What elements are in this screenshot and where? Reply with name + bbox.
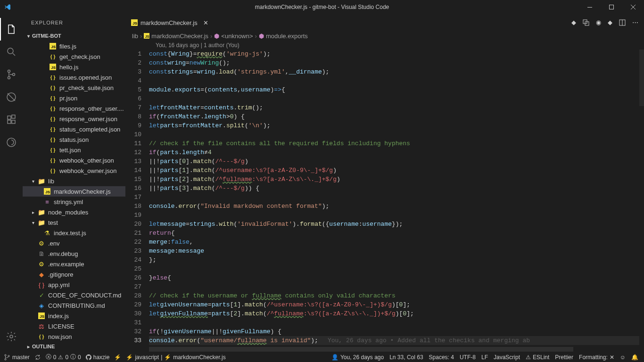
file-item[interactable]: ◆.gitignore (23, 269, 125, 280)
feedback-icon[interactable]: ☺ (620, 354, 626, 361)
search-activity-icon[interactable] (0, 41, 23, 63)
file-item[interactable]: { }response_other_user.... (23, 103, 125, 114)
js-icon: ⚡ (126, 354, 133, 361)
blame-status[interactable]: 👤 You, 26 days ago (331, 354, 384, 361)
close-button[interactable] (622, 0, 644, 14)
formatting-status[interactable]: Formatting: ✕ (579, 354, 614, 361)
file-item[interactable]: ⚗index.test.js (23, 228, 125, 238)
svg-rect-10 (12, 115, 15, 118)
cursor-position-status[interactable]: Ln 33, Col 63 (389, 354, 423, 361)
tab-markdownchecker[interactable]: JS markdownChecker.js ✕ (125, 14, 213, 31)
warning-icon: ⚠ (58, 354, 63, 361)
breadcrumbs[interactable]: lib › JS markdownChecker.js › ⬢ <unknown… (125, 31, 644, 41)
problems-status[interactable]: ⓧ0 ⚠0 ⓘ0 (46, 353, 81, 361)
svg-point-3 (8, 70, 10, 73)
svg-rect-8 (8, 120, 11, 123)
file-item[interactable]: { }status.json (23, 134, 125, 145)
outline-header[interactable]: ▸ OUTLINE (23, 341, 125, 352)
project-header[interactable]: ▾ GITME-BOT (23, 31, 125, 41)
bell-icon[interactable]: 🔔 (631, 354, 638, 361)
eslint-status[interactable]: ⚠ ESLint (526, 354, 549, 361)
file-item[interactable]: JShello.js (23, 62, 125, 72)
file-item[interactable]: ✓CODE_OF_CONDUCT.md (23, 290, 125, 300)
file-item[interactable]: { }pr_check_suite.json (23, 82, 125, 93)
bolt-icon[interactable]: ⚡ (114, 354, 121, 361)
js-file-icon: JS (131, 19, 138, 26)
svg-rect-9 (12, 120, 15, 123)
live-share-activity-icon[interactable] (0, 131, 23, 154)
activity-bar (0, 14, 23, 352)
split-editor-icon[interactable] (619, 19, 626, 26)
person-icon: 👤 (331, 354, 339, 361)
file-item[interactable]: JSindex.js (23, 311, 125, 321)
file-item[interactable]: { }app.yml (23, 280, 125, 290)
file-item[interactable]: { }resposne_owner.json (23, 114, 125, 124)
minimize-button[interactable] (579, 0, 601, 14)
explorer-activity-icon[interactable] (0, 18, 23, 41)
horizontal-scrollbar[interactable] (125, 347, 644, 352)
symbol-icon: ⬢ (214, 33, 219, 40)
prettier-status[interactable]: Prettier (555, 354, 573, 361)
svg-point-11 (7, 138, 16, 147)
sidebar-title: EXPLORER (23, 14, 125, 31)
svg-rect-1 (610, 5, 614, 9)
code-content[interactable]: const { Wring } = require('wring-js');co… (149, 49, 644, 347)
settings-gear-icon[interactable] (0, 325, 23, 348)
editor-action-icon[interactable]: ◆ (608, 19, 612, 26)
file-item[interactable]: { }tett.json (23, 145, 125, 155)
file-item[interactable]: { }status_completed.json (23, 124, 125, 134)
file-item[interactable]: { }webhook_other.json (23, 155, 125, 165)
editor-action-icon[interactable] (583, 19, 589, 26)
svg-rect-7 (8, 116, 11, 119)
language-status[interactable]: JavaScript (494, 354, 520, 361)
file-item[interactable]: { }now.json (23, 331, 125, 341)
file-item[interactable]: ◈CONTRIBUTING.md (23, 300, 125, 311)
x-icon: ✕ (610, 354, 614, 361)
sync-status[interactable] (34, 354, 41, 361)
file-item[interactable]: JSmarkdownChecker.js (23, 186, 125, 197)
window-title: markdownChecker.js - gitme-bot - Visual … (255, 4, 389, 10)
branch-icon (4, 354, 10, 361)
file-item[interactable]: { }pr.json (23, 93, 125, 103)
minimap[interactable] (639, 49, 644, 347)
svg-point-18 (5, 358, 6, 360)
encoding-status[interactable]: UTF-8 (460, 354, 476, 361)
user-status[interactable]: haxzie (86, 354, 110, 361)
debug-activity-icon[interactable] (0, 86, 23, 108)
chevron-right-icon: ▸ (25, 344, 32, 349)
close-tab-icon[interactable]: ✕ (203, 19, 208, 26)
vscode-logo-icon (4, 3, 11, 11)
chevron-down-icon: ▾ (25, 33, 32, 39)
svg-point-12 (10, 335, 13, 338)
svg-rect-0 (587, 7, 592, 8)
folder-item[interactable]: ▾📁test (23, 217, 125, 228)
file-item[interactable]: ≡strings.yml (23, 197, 125, 207)
statusbar: master ⓧ0 ⚠0 ⓘ0 haxzie ⚡ ⚡ javascript | … (0, 352, 644, 362)
folder-item[interactable]: ▸📁node_modules (23, 207, 125, 217)
editor-action-icon[interactable]: ◉ (596, 19, 601, 26)
editor-body[interactable]: 1234567891011121314151617181920212223242… (125, 49, 644, 347)
eol-status[interactable]: LF (481, 354, 488, 361)
js-file-icon: JS (144, 33, 149, 39)
file-context-status[interactable]: ⚡ javascript | ⚡ markdownChecker.js (126, 354, 225, 361)
file-tree[interactable]: JSfiles.js{ }get_check.jsonJShello.js{ }… (23, 41, 125, 341)
more-actions-icon[interactable]: ⋯ (632, 19, 638, 26)
codelens[interactable]: You, 16 days ago | 1 author (You) (125, 41, 644, 49)
file-item[interactable]: JSfiles.js (23, 41, 125, 51)
maximize-button[interactable] (601, 0, 622, 14)
file-item[interactable]: 🗎.env.debug (23, 248, 125, 259)
file-item[interactable]: { }webhook_owner.json (23, 165, 125, 176)
indentation-status[interactable]: Spaces: 4 (429, 354, 454, 361)
folder-item[interactable]: ▾📁lib (23, 176, 125, 186)
scm-activity-icon[interactable] (0, 63, 23, 86)
file-item[interactable]: { }get_check.json (23, 51, 125, 62)
file-item[interactable]: { }issues.opened.json (23, 72, 125, 82)
info-icon: ⓘ (70, 353, 76, 361)
file-item[interactable]: ⚙.env (23, 238, 125, 248)
titlebar: markdownChecker.js - gitme-bot - Visual … (0, 0, 644, 14)
file-item[interactable]: ⚖LICENSE (23, 321, 125, 331)
git-branch-status[interactable]: master (4, 354, 30, 361)
file-item[interactable]: ⚙.env.example (23, 259, 125, 269)
extensions-activity-icon[interactable] (0, 108, 23, 131)
editor-action-icon[interactable]: ◆ (571, 19, 576, 26)
